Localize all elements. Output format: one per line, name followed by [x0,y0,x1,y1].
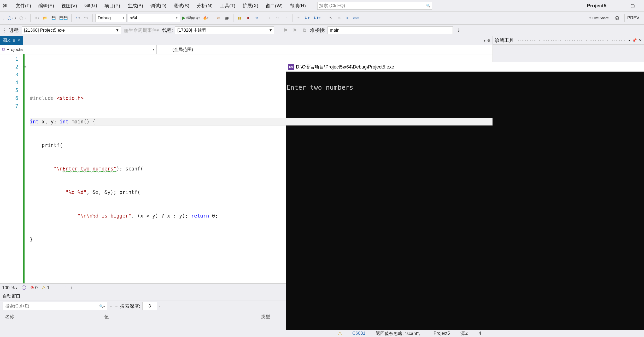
error-count[interactable]: ⊗ 0 [30,285,38,290]
stop-button[interactable]: ■ [244,14,252,22]
zoom-level[interactable]: 100 % ▾ [2,285,17,290]
autos-next-icon[interactable]: → [115,304,118,308]
vs-logo-icon [2,3,8,8]
menu-debug[interactable]: 调试(D) [147,2,170,10]
nav-bar: ⧉ Project5 ▾ (全局范围) [0,45,493,54]
console-icon: C:\ [288,64,294,70]
save-button[interactable]: 💾 [50,14,57,22]
format-button[interactable]: ≡ [344,14,351,22]
step-over-button[interactable]: ↷ [274,14,281,22]
lifecycle-button[interactable]: ▦ 生命周期事件 ▾ [123,26,160,35]
fold-column[interactable]: ⊟ [25,54,29,283]
console-title-bar[interactable]: C:\ D:\C语言项目\Project5\x64\Debug\Project5… [286,62,644,72]
tab-source-c[interactable]: 源.c ⊕ ✕ [0,36,23,45]
menu-git[interactable]: Git(G) [81,2,101,9]
diagnostics-title-bar: 诊断工具 ⋯⋯⋯⋯⋯⋯⋯⋯⋯⋯⋯⋯⋯⋯⋯⋯⋯⋯⋯⋯⋯⋯⋯⋯⋯⋯⋯⋯⋯⋯⋯ ▾ 📌… [493,36,644,45]
new-item-button[interactable]: 🗎▾ [33,14,40,22]
col-value[interactable]: 值 [104,314,261,320]
menu-file[interactable]: 文件(F) [12,2,35,10]
diagnostics-title: 诊断工具 [495,37,514,43]
menu-analyze[interactable]: 分析(N) [193,2,216,10]
hot-reload-button[interactable]: 🔥▾ [202,14,209,22]
flag-button[interactable]: ⚑ [282,26,289,35]
diag-dropdown-icon[interactable]: ▾ [628,38,630,42]
drag-handle-icon: ⋮ [2,27,7,33]
search-icon: 🔍▾ [99,304,105,308]
menu-view[interactable]: 视图(V) [58,2,81,10]
line-gutter: 1 2 3 4 5 6 7 [0,54,23,283]
tab-settings-icon[interactable]: ⚙ [487,38,490,43]
cursor-button[interactable]: ↖ [327,14,334,22]
preview-label[interactable]: PREV [624,14,642,22]
stackframe-combo[interactable]: main [327,26,453,34]
open-button[interactable]: 📂 [42,14,49,22]
menu-build[interactable]: 生成(B) [124,2,147,10]
menu-extensions[interactable]: 扩展(X) [239,2,262,10]
minimize-button[interactable]: — [612,3,622,8]
continue-button[interactable]: ▶ 继续(C) ▾ [181,14,201,22]
search-box[interactable]: 🔍 [317,2,432,10]
process-combo[interactable]: [21368] Project5.exe▾ [22,26,121,34]
indent-button[interactable]: ▭▭ [352,14,360,22]
nav-back-button[interactable]: ◯←▾ [7,14,17,22]
menu-test[interactable]: 测试(S) [170,2,193,10]
redo-button[interactable]: ↷▾ [83,14,90,22]
project-nav-combo[interactable]: ⧉ Project5 ▾ [0,45,157,54]
warning-count[interactable]: ⚠ 1 [42,285,49,290]
platform-combo[interactable]: x64▾ [128,14,180,22]
err-proj: Project5 [434,331,450,336]
nav-forward-button[interactable]: ◯→ [18,14,28,22]
save-all-button[interactable]: 💾💾 [58,14,69,22]
warning-icon: ⚠ [338,331,342,336]
window-layout-button[interactable]: ▭ [215,14,222,22]
search-input[interactable] [319,3,426,8]
depth-dropdown-icon[interactable]: ▾ [159,305,161,308]
restart-button[interactable]: ↻ [253,14,260,22]
close-tab-icon[interactable]: ✕ [17,38,20,42]
step-out-button[interactable]: ↑ [282,14,290,22]
scope-nav-combo[interactable]: (全局范围) [157,45,235,54]
depth-label: 搜索深度: [120,303,140,309]
menu-edit[interactable]: 编辑(E) [35,2,58,10]
undo2-button[interactable]: ↶ [295,14,302,22]
debug-process-bar: ⋮ 进程: [21368] Project5.exe▾ ▦ 生命周期事件 ▾ 线… [0,25,644,36]
pause-button[interactable]: ▮▮ [236,14,243,22]
col-type[interactable]: 类型 [261,314,270,320]
tool-a-button[interactable]: ⬇⬆ [303,14,311,22]
tool-b-button[interactable]: ⬇⬆▾ [312,14,321,22]
menu-project[interactable]: 项目(P) [101,2,124,10]
thread-combo[interactable]: [17328] 主线程▾ [175,26,274,34]
step-into-button[interactable]: ↓ [266,14,273,22]
console-window[interactable]: C:\ D:\C语言项目\Project5\x64\Debug\Project5… [286,62,644,337]
menu-help[interactable]: 帮助(H) [286,2,309,10]
window-options-button[interactable]: ▦▾ [223,14,231,22]
menu-tools[interactable]: 工具(T) [216,2,239,10]
feedback-button[interactable]: 🎧 [613,14,621,22]
autos-search-box[interactable]: 🔍▾ [3,302,107,310]
overflow-button[interactable]: ⇣ [455,26,462,35]
menu-window[interactable]: 窗口(W) [262,2,286,10]
comment-button[interactable]: ▭ [335,14,343,22]
health-icon[interactable]: ⓘ [22,285,26,291]
autos-search-input[interactable] [5,304,99,309]
maximize-button[interactable]: ▢ [627,3,638,9]
flag2-button[interactable]: ⚑ [291,26,298,35]
tab-dropdown-icon[interactable]: ▾ [484,38,485,43]
liveshare-button[interactable]: ⇪ Live Share [588,14,610,22]
config-combo[interactable]: Debug▾ [95,14,127,22]
tab-label: 源.c [3,37,10,43]
console-output[interactable]: Enter two numbers [286,72,644,337]
nav-down-icon[interactable]: ↓ [71,285,73,290]
pin-icon[interactable]: ⊕ [13,38,15,42]
autos-prev-icon[interactable]: ← [109,304,113,308]
depth-value[interactable]: 3 [142,302,157,310]
undo-button[interactable]: ↶▾ [74,14,81,22]
diag-pin-icon[interactable]: 📌 [632,38,637,42]
col-name[interactable]: 名称 [5,314,104,320]
diag-close-icon[interactable]: ✕ [639,38,642,42]
project-title: Project5 [587,3,606,9]
process-label: 进程: [9,27,20,33]
thread-group-button[interactable]: ⧉ [301,26,308,35]
nav-up-icon[interactable]: ↑ [64,285,66,290]
err-file: 源.c [460,330,468,336]
